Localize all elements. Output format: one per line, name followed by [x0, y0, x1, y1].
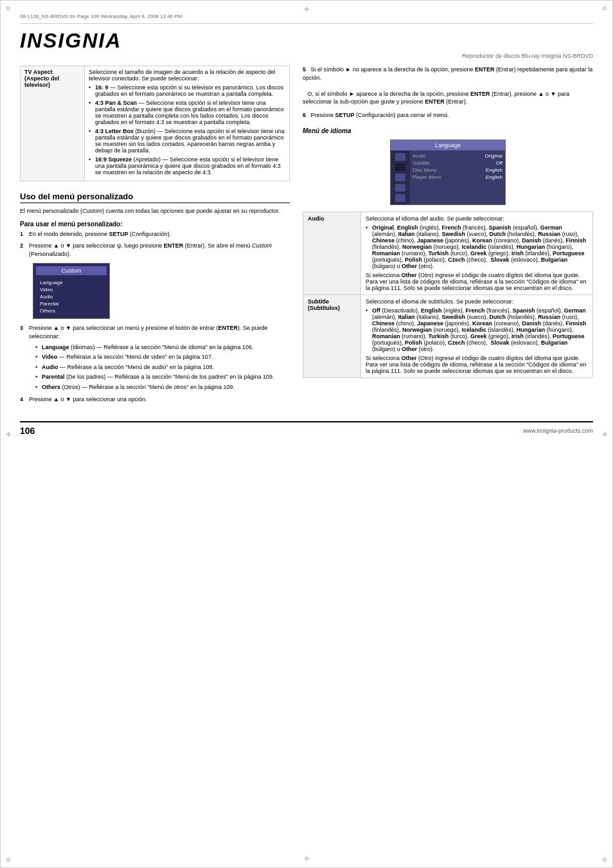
bullet-others: Others (Otros) — Refiérase a la sección …: [35, 383, 290, 392]
step-3-num: 3: [20, 324, 23, 332]
subtitle-intro: Selecciona el idioma de subtítulos. Se p…: [366, 298, 513, 305]
lang-menu-content: Audio Original Subtitle Off Disc Menu En…: [410, 150, 505, 204]
right-step-6: 6 Presione SETUP (Configuración) para ce…: [303, 111, 593, 120]
lang-value-disc-menu: English: [486, 167, 502, 173]
subtitle-row-label: Subtitle(Subtítulos): [303, 294, 361, 377]
step-3-bullets: Language (Idiomas) — Refiérase a la secc…: [35, 343, 290, 392]
lang-icon-2: [395, 163, 405, 171]
tv-aspect-option-1: 16: 9 — Seleccione esta opción si su tel…: [89, 84, 285, 97]
menu-item-parental: Parental: [40, 300, 103, 307]
lang-label-player-menu: Player Menu: [413, 174, 441, 180]
lang-icon-4: [395, 184, 405, 192]
right-column: 5 Si el símbolo ► no aparece a la derech…: [303, 66, 593, 378]
audio-row-content: Selecciona el idioma del audio. Se puede…: [361, 212, 593, 294]
corner-mark-tr: [602, 6, 607, 11]
lang-icon-5: [395, 194, 405, 202]
lang-menu-title: Language: [391, 140, 505, 150]
lang-value-subtitle: Off: [495, 160, 502, 166]
tv-aspect-options: 16: 9 — Seleccione esta opción si su tel…: [89, 84, 285, 176]
page-header: 08-1138_NS-BRDVD.fm Page 106 Wednesday, …: [20, 14, 593, 24]
lang-value-audio: Original: [484, 153, 502, 159]
audio-other-note: Si selecciona Other (Otro) ingrese el có…: [366, 272, 587, 291]
lang-row-audio: Audio Original: [413, 153, 502, 159]
lang-icon-1: [395, 153, 405, 161]
lang-menu-body: Audio Original Subtitle Off Disc Menu En…: [391, 150, 505, 204]
lang-value-player-menu: English: [486, 174, 502, 180]
step-2-num: 2: [20, 242, 23, 250]
lang-row-subtitle: Subtitle Off: [413, 160, 502, 166]
tv-aspect-option-2: 4:3 Pan & Scan — Seleccione esta opción …: [89, 100, 285, 125]
info-table: Audio Selecciona el idioma del audio. Se…: [303, 212, 593, 378]
header-meta: 08-1138_NS-BRDVD.fm Page 106 Wednesday, …: [20, 14, 182, 19]
audio-option-1: Original, English (inglés), French (fran…: [366, 224, 588, 269]
step-1: 1 En el modo detenido, presione SETUP (C…: [20, 230, 290, 239]
subtitle-option-1: Off (Desactivado), English (inglés), Fre…: [366, 307, 588, 352]
lang-row-disc-menu: Disc Menu English: [413, 167, 502, 173]
subtitle-row-content: Selecciona el idioma de subtítulos. Se p…: [361, 294, 593, 377]
logo-text: INSIGNIA: [20, 29, 121, 52]
uso-menu-intro: El menú personalizado (Custom) cuenta co…: [20, 207, 290, 215]
lang-label-audio: Audio: [413, 153, 425, 159]
steps-list-left-2: 3 Presione ▲ o ▼ para seleccionar un men…: [20, 324, 290, 403]
subtitle-row: Subtitle(Subtítulos) Selecciona el idiom…: [303, 294, 593, 377]
step-6-num: 6: [303, 112, 306, 118]
lang-label-subtitle: Subtitle: [413, 160, 430, 166]
audio-intro: Selecciona el idioma del audio. Se puede…: [366, 215, 504, 222]
menu-item-video: Video: [40, 286, 103, 293]
bullet-parental: Parental (De los padres) — Refiérase a l…: [35, 373, 290, 381]
product-name: Reproductor de discos Blu-ray Insignia N…: [462, 53, 593, 59]
corner-mark-tl: [6, 6, 11, 11]
tv-aspect-option-3: 4:3 Letter Box (Buzón) — Seleccione esta…: [89, 128, 285, 154]
edge-mark-top: ✛: [304, 6, 309, 13]
step-4: 4 Presione ▲ o ▼ para seleccionar una op…: [20, 395, 290, 404]
logo-area: INSIGNIA: [20, 29, 121, 53]
right-step-5: 5 Si el símbolo ► no aparece a la derech…: [303, 66, 593, 106]
lang-label-disc-menu: Disc Menu: [413, 167, 437, 173]
page-wrapper: ✛ ✛ ✛ ✛ 08-1138_NS-BRDVD.fm Page 106 Wed…: [0, 0, 613, 868]
menu-item-others: Others: [40, 307, 103, 314]
subtitle-other-note: Si selecciona Other (Otro) ingrese el có…: [366, 355, 587, 374]
main-content: TV Aspect(Aspecto deltelevisor) Seleccio…: [20, 66, 593, 408]
edge-mark-bottom: ✛: [304, 855, 309, 862]
menu-item-language: Language: [40, 279, 103, 286]
menu-item-audio: Audio: [40, 293, 103, 300]
page-number: 106: [20, 426, 35, 436]
tv-aspect-label: TV Aspect(Aspecto deltelevisor): [21, 66, 85, 181]
bullet-language: Language (Idiomas) — Refiérase a la secc…: [35, 343, 290, 352]
footer-url: www.insignia-products.com: [523, 428, 593, 434]
lang-menu-mockup: Language Audio Original: [390, 140, 506, 205]
tv-aspect-content: Seleccione el tamaño de imagen de acuerd…: [85, 66, 290, 181]
step-5-num: 5: [303, 66, 306, 73]
lang-icon-3: [395, 174, 405, 181]
custom-menu-mockup: Custom Language Video Audio Parental Oth…: [33, 263, 110, 319]
right-steps: 5 Si el símbolo ► no aparece a la derech…: [303, 66, 593, 120]
bullet-video: Video — Refiérase a la sección "Menú de …: [35, 353, 290, 361]
audio-options-list: Original, English (inglés), French (fran…: [366, 224, 588, 269]
step-1-num: 1: [20, 230, 23, 239]
left-column: TV Aspect(Aspecto deltelevisor) Seleccio…: [20, 66, 290, 408]
edge-mark-right: ✛: [602, 431, 607, 438]
page-footer: 106 www.insignia-products.com: [20, 421, 593, 436]
tv-aspect-table: TV Aspect(Aspecto deltelevisor) Seleccio…: [20, 66, 290, 181]
para-usar-heading: Para usar el menú personalizado:: [20, 221, 290, 228]
step-4-num: 4: [20, 395, 23, 404]
uso-menu-heading: Uso del menú personalizado: [20, 192, 290, 203]
tv-aspect-option-4: 16:9 Squeeze (Apretado) — Seleccione est…: [89, 156, 285, 176]
subtitle-options-list: Off (Desactivado), English (inglés), Fre…: [366, 307, 588, 352]
custom-menu-title: Custom: [36, 266, 107, 275]
step-3: 3 Presione ▲ o ▼ para seleccionar un men…: [20, 324, 290, 391]
corner-mark-br: [602, 857, 607, 862]
lang-row-player-menu: Player Menu English: [413, 174, 502, 180]
tv-aspect-intro: Seleccione el tamaño de imagen de acuerd…: [89, 69, 275, 82]
audio-row-label: Audio: [303, 212, 361, 294]
corner-mark-bl: [6, 857, 11, 862]
audio-row: Audio Selecciona el idioma del audio. Se…: [303, 212, 593, 294]
lang-menu-icons: [391, 150, 410, 204]
bullet-audio: Audio — Refiérase a la sección "Menú de …: [35, 363, 290, 372]
edge-mark-left: ✛: [6, 431, 11, 438]
menu-de-idioma-heading: Menú de idioma: [303, 127, 593, 134]
steps-list-left: 1 En el modo detenido, presione SETUP (C…: [20, 230, 290, 258]
step-2: 2 Presione ▲ o ▼ para seleccionar ψ, lue…: [20, 242, 290, 258]
custom-menu-items: Language Video Audio Parental Others: [36, 278, 107, 316]
